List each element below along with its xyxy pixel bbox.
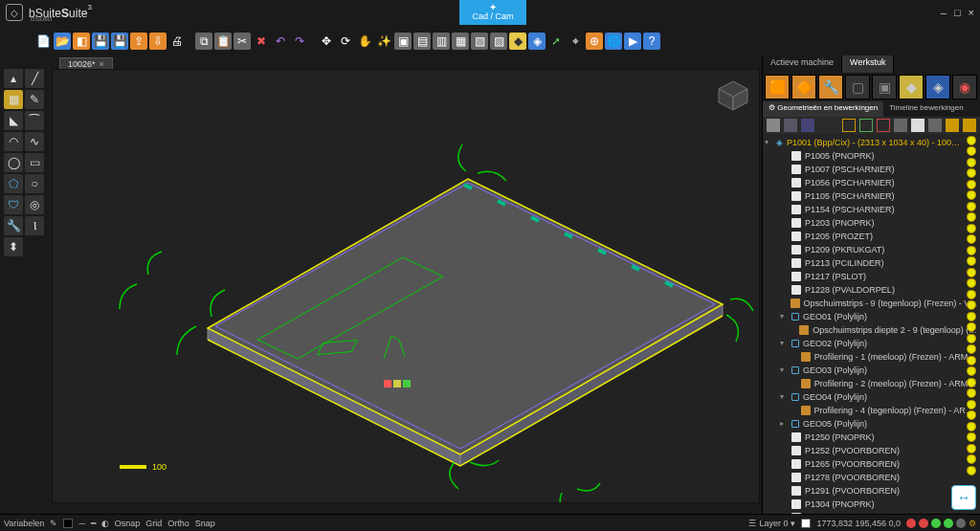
osnap-toggle[interactable]: Osnap [115,519,141,528]
tree-node[interactable]: P1209 (PKRUKGAT) [763,243,980,256]
rotate-icon[interactable]: ⟳ [337,33,354,50]
status-dot-green[interactable] [931,519,941,528]
visibility-lamp[interactable] [967,454,976,464]
export-icon[interactable]: ⇪ [130,33,147,50]
wand-icon[interactable]: ✨ [375,33,392,50]
tree-node[interactable]: P1228 (PVALDORPEL) [763,283,980,297]
tree-node[interactable]: P1056 (PSCHARNIER) [763,176,980,189]
target-icon[interactable]: ⌖ [567,33,584,50]
visibility-lamp[interactable] [967,410,976,420]
visibility-lamp[interactable] [967,224,976,233]
big-icon-5[interactable]: ▣ [872,75,897,100]
visibility-lamp[interactable] [967,388,976,398]
visibility-lamp[interactable] [967,180,976,189]
tree-node[interactable]: P1252 (PVOORBOREN) [763,444,980,457]
visibility-lamp[interactable] [967,422,976,431]
status-dot-green-2[interactable] [944,519,953,528]
cad-cam-mode-button[interactable]: ✦ Cad / Cam [459,0,526,25]
collapse-icon[interactable]: ▸ [780,418,788,430]
mini-tool-10[interactable] [946,119,959,132]
mini-tool-5[interactable] [859,119,873,132]
visibility-lamp[interactable] [967,268,976,277]
print-icon[interactable]: 🖨 [168,33,186,50]
tree-node[interactable]: P1278 (PVOORBOREN) [763,471,980,484]
visibility-lamp[interactable] [967,444,976,454]
tree-node[interactable]: Profilering - 1 (meeloop) (Frezen) - ARM… [763,350,980,364]
visibility-lamp[interactable] [967,278,976,288]
mini-tool-6[interactable] [877,119,890,132]
remote-support-button[interactable]: ↔ [951,485,976,510]
copy-icon[interactable]: ⧉ [195,33,212,50]
view-iso-icon[interactable]: ▣ [394,33,412,50]
visibility-lamp[interactable] [967,466,976,476]
big-icon-2[interactable]: 🔶 [791,75,816,100]
tool-icon-1[interactable]: ◧ [73,33,90,50]
save-icon[interactable]: 💾 [92,33,109,50]
tree-node[interactable]: P1291 (PVOORBOREN) [763,484,980,498]
close-tab-icon[interactable]: × [100,59,104,69]
layer-label[interactable]: Layer 0 [759,519,788,528]
help-icon[interactable]: ? [643,33,660,50]
tree-node[interactable]: P1105 (PSCHARNIER) [763,189,980,203]
paste-icon[interactable]: 📋 [214,33,232,50]
move-icon[interactable]: ✥ [318,33,335,50]
shape-tool-icon[interactable]: ◯ [4,153,23,172]
status-style-icon[interactable]: ━ [91,519,96,528]
big-icon-6[interactable]: ◆ [899,75,924,100]
visibility-lamp[interactable] [967,378,976,387]
visibility-lamp[interactable] [967,246,976,255]
visibility-lamp[interactable] [967,344,976,354]
big-icon-8[interactable]: ◉ [952,75,977,100]
tree-node[interactable]: ▸GEO05 (Polylijn) [763,417,980,431]
variables-button[interactable]: Variabelen [4,519,44,528]
new-file-icon[interactable]: 📄 [34,33,52,50]
edge-tool-icon[interactable]: ◣ [4,111,23,130]
visibility-lamp[interactable] [967,158,976,167]
tab-active-machine[interactable]: Actieve machine [763,55,842,73]
save-all-icon[interactable]: 💾 [111,33,128,50]
status-line-icon[interactable]: ─ [78,519,84,528]
sim-icon[interactable]: ▶ [624,33,641,50]
big-icon-1[interactable]: 🟧 [765,75,790,100]
big-icon-7[interactable]: ◈ [925,75,950,100]
shield-tool-icon[interactable]: 🛡 [4,195,23,214]
tree-node[interactable]: P1217 (PSLOT) [763,270,980,283]
operation-tree[interactable]: ▾ ◈ P1001 (Bpp/Cix) - (2313 x 1034 x 40)… [763,134,980,515]
status-dot-red-2[interactable] [919,519,928,528]
collapse-icon[interactable]: ▾ [765,137,772,148]
arrow-icon[interactable]: ➚ [547,33,565,50]
polygon-tool-icon[interactable]: ⬠ [4,174,23,193]
viewport-3d[interactable]: 100 [52,69,760,503]
tree-node[interactable]: Opschuimstrips diepte 2 - 9 (tegenloop) … [763,323,980,337]
tree-node[interactable]: P1007 (PSCHARNIER) [763,163,980,176]
view-front-icon[interactable]: ▥ [433,33,450,50]
tree-node[interactable]: P1203 (PNOPRK) [763,216,980,230]
redo-icon[interactable]: ↷ [291,33,308,50]
visibility-lamp[interactable] [967,366,976,376]
tree-root-node[interactable]: ▾ ◈ P1001 (Bpp/Cix) - (2313 x 1034 x 40)… [763,136,980,149]
tree-node[interactable]: Opschuimstrips - 9 (tegenloop) (Frezen) … [763,297,980,310]
window-close-button[interactable]: × [969,7,974,18]
cut-icon[interactable]: ✂ [234,33,251,50]
arc-tool-icon[interactable]: ◠ [4,132,23,151]
status-gear-icon[interactable]: ⚙ [969,519,976,528]
layer-color-swatch[interactable] [801,519,811,528]
grid-toggle[interactable]: Grid [145,519,162,528]
status-dot-gray[interactable] [956,519,966,528]
ring-tool-icon[interactable]: ◎ [25,195,44,214]
visibility-lamp[interactable] [967,432,976,442]
tree-node[interactable]: ▾GEO02 (Polylijn) [763,337,980,350]
window-maximize-button[interactable]: □ [954,7,961,18]
tree-node[interactable]: P1005 (PNOPRK) [763,149,980,163]
collapse-icon[interactable]: ▾ [780,365,788,376]
align-tool-icon[interactable]: ⬍ [4,237,23,256]
tree-node[interactable]: ▾GEO01 (Polylijn) [763,310,980,323]
tree-node[interactable]: P1304 (PNOPRK) [763,498,980,511]
tree-node[interactable]: ▾GEO04 (Polylijn) [763,390,980,404]
tree-node[interactable]: P1213 (PCILINDER) [763,256,980,270]
mini-tool-4[interactable] [842,119,856,132]
pen-tool-icon[interactable]: ✎ [25,90,44,109]
line-tool-icon[interactable]: ╱ [25,69,44,88]
visibility-lamp[interactable] [967,234,976,244]
highlight-icon[interactable]: ◆ [509,33,526,50]
